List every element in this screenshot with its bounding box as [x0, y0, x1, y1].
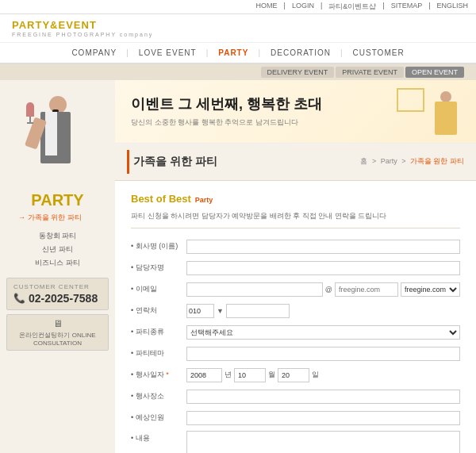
- topbar-sitemap[interactable]: SITEMAP: [391, 2, 423, 12]
- banner-person-head: [440, 91, 451, 102]
- form-row-event-date: • 행사일자 * 년 월 일: [131, 367, 460, 384]
- phone-separator: ▼: [217, 307, 224, 315]
- sidebar-menu: 동창회 파티 신년 파티 비즈니스 파티: [6, 229, 109, 270]
- person-shirt: [45, 112, 57, 155]
- customer-center-label: CUSTOMER CENTER: [13, 283, 102, 290]
- input-expected-people[interactable]: [186, 411, 460, 425]
- form-area: Best of Best Party 파티 신청을 하시려면 담당자가 예약방문…: [115, 181, 476, 453]
- logo-subtitle: FREEGINE PHOTOGRAPHY company: [12, 32, 153, 37]
- main-content: 이벤트 그 세번째, 행복한 초대 당신의 소중한 행사를 행복한 추억으로 남…: [115, 80, 476, 453]
- form-row-party-theme: • 파티테마: [131, 345, 460, 363]
- form-row-manager: • 담당자명: [131, 259, 460, 277]
- top-bar: HOME | LOGIN | 파티&이벤트샵 | SITEMAP | ENGLI…: [0, 0, 476, 14]
- red-accent-decoration: [127, 150, 129, 174]
- date-unit-year: 년: [225, 370, 232, 380]
- banner-person-dress: [435, 102, 457, 135]
- wine-glass: [26, 102, 34, 117]
- sidebar-menu-item-2[interactable]: 신년 파티: [13, 243, 102, 256]
- sub-navigation: DELIVERY EVENT PRIVATE EVENT OPEN EVENT: [0, 64, 476, 80]
- computer-icon: 🖥: [53, 318, 63, 329]
- page-title: 가족을 위한 파티: [133, 155, 217, 169]
- nav-sep3: |: [258, 48, 261, 57]
- input-phone-prefix[interactable]: [186, 304, 214, 318]
- sidebar-person-image: [6, 92, 109, 187]
- select-email-domain[interactable]: freegine.com gmail.com naver.com: [401, 282, 460, 297]
- topbar-shop[interactable]: 파티&이벤트샵: [328, 2, 376, 12]
- breadcrumb-sep2: >: [401, 157, 408, 165]
- label-event-place: • 행사장소: [131, 391, 186, 401]
- person-figure: [26, 96, 90, 187]
- breadcrumb-home[interactable]: 홈: [360, 157, 367, 165]
- input-phone-number[interactable]: [226, 304, 290, 318]
- banner-main-text: 이벤트 그 세번째, 행복한 초대: [131, 94, 322, 113]
- nav-customer[interactable]: CUSTOMER: [345, 46, 413, 60]
- date-row: 년 월 일: [186, 368, 460, 382]
- label-event-date-text: • 행사일자: [131, 370, 164, 378]
- nav-love-event[interactable]: LOVE EVENT: [131, 46, 205, 60]
- input-manager[interactable]: [186, 261, 460, 275]
- form-row-content: • 내용: [131, 431, 460, 453]
- banner-decoration-box: [397, 88, 424, 112]
- input-month[interactable]: [234, 368, 266, 382]
- topbar-login[interactable]: LOGIN: [292, 2, 314, 12]
- topbar-home[interactable]: HOME: [256, 2, 278, 12]
- form-row-email: • 이메일 @ freegine.com gmail.com naver.com: [131, 281, 460, 298]
- subnav-open[interactable]: OPEN EVENT: [405, 67, 464, 78]
- label-event-date: • 행사일자 *: [131, 370, 186, 380]
- main-navigation: COMPANY | LOVE EVENT | PARTY | DECORATIO…: [0, 43, 476, 64]
- form-row-phone: • 연락처 ▼: [131, 302, 460, 320]
- input-email-local[interactable]: [186, 282, 323, 297]
- input-company[interactable]: [186, 240, 460, 254]
- nav-decoration[interactable]: DECORATION: [263, 46, 339, 60]
- sidebar-title: PARTY: [6, 191, 109, 209]
- topbar-sep4: |: [428, 2, 430, 12]
- banner-sub-text: 당신의 소중한 행사를 행복한 추억으로 남겨드립니다: [131, 117, 322, 128]
- label-expected-people: • 예상인원: [131, 413, 186, 423]
- input-year[interactable]: [186, 368, 222, 382]
- input-party-theme[interactable]: [186, 347, 460, 361]
- label-content: • 내용: [131, 431, 186, 443]
- sidebar-menu-item-1[interactable]: 동창회 파티: [13, 229, 102, 243]
- header: PARTY&EVENT FREEGINE PHOTOGRAPHY company: [0, 14, 476, 43]
- topbar-sep3: |: [382, 2, 384, 12]
- label-email: • 이메일: [131, 284, 186, 294]
- breadcrumb-party[interactable]: Party: [381, 157, 397, 165]
- topbar-sep1: |: [284, 2, 286, 12]
- form-row-party-type: • 파티종류 선택해주세요 동창회 파티 신년 파티 비즈니스 파티 가족 파티: [131, 324, 460, 341]
- email-at-symbol: @: [325, 286, 332, 294]
- form-section-title: Best of Best: [131, 193, 191, 205]
- topbar-sep2: |: [321, 2, 322, 12]
- sidebar-menu-item-3[interactable]: 비즈니스 파티: [13, 256, 102, 270]
- label-party-type: • 파티종류: [131, 327, 186, 337]
- input-day[interactable]: [278, 368, 309, 382]
- input-event-place[interactable]: [186, 390, 460, 404]
- phone-row: ▼: [186, 304, 460, 318]
- page-title-area: 가족을 위한 파티 홈 > Party > 가족을 원한 파티: [115, 144, 476, 181]
- topbar-english[interactable]: ENGLISH: [436, 2, 468, 12]
- input-email-domain[interactable]: [335, 282, 398, 297]
- required-mark: *: [166, 370, 169, 378]
- form-description: 파티 신청을 하시려면 담당자가 예약방문을 배려한 후 직접 안내 연락을 드…: [131, 211, 460, 228]
- banner-person-right: [428, 91, 464, 143]
- logo: PARTY&EVENT: [12, 19, 153, 32]
- select-party-type[interactable]: 선택해주세요 동창회 파티 신년 파티 비즈니스 파티 가족 파티: [186, 325, 460, 340]
- subnav-delivery[interactable]: DELIVERY EVENT: [261, 67, 335, 78]
- label-party-theme: • 파티테마: [131, 348, 186, 359]
- form-row-company: • 회사명 (이름): [131, 238, 460, 255]
- nav-company[interactable]: COMPANY: [63, 46, 125, 60]
- nav-sep4: |: [340, 48, 344, 57]
- form-row-expected-people: • 예상인원: [131, 409, 460, 427]
- breadcrumb: 홈 > Party > 가족을 원한 파티: [360, 156, 464, 167]
- date-unit-month: 월: [268, 370, 275, 380]
- banner: 이벤트 그 세번째, 행복한 초대 당신의 소중한 행사를 행복한 추억으로 남…: [115, 80, 476, 144]
- form-section-subtitle: Party: [195, 196, 213, 204]
- online-consult-button[interactable]: 🖥 온라인컨설팅하기 ONLINE CONSULTATION: [6, 314, 109, 351]
- nav-sep1: |: [126, 48, 129, 57]
- nav-sep2: |: [206, 48, 209, 57]
- email-row: @ freegine.com gmail.com naver.com: [186, 282, 460, 297]
- textarea-content[interactable]: [186, 431, 460, 453]
- customer-center-number: 02-2025-7588: [29, 292, 98, 305]
- subnav-private[interactable]: PRIVATE EVENT: [336, 67, 404, 78]
- online-consult-label: 온라인컨설팅하기 ONLINE CONSULTATION: [13, 331, 102, 347]
- nav-party[interactable]: PARTY: [210, 46, 256, 60]
